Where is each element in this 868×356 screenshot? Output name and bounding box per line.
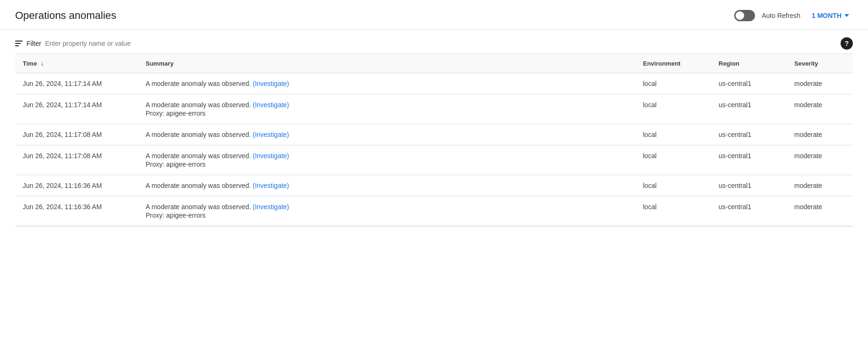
table-row: Jun 26, 2024, 11:16:36 AMA moderate anom… (15, 175, 853, 196)
time-range-button[interactable]: 1 MONTH (808, 10, 853, 21)
header-controls: Auto Refresh 1 MONTH (734, 10, 853, 21)
cell-severity: moderate (787, 73, 853, 94)
help-icon[interactable]: ? (841, 37, 853, 50)
investigate-link[interactable]: (Investigate) (252, 131, 289, 138)
investigate-link[interactable]: (Investigate) (252, 182, 289, 189)
anomalies-table-container: Time ↓ Summary Environment Region Severi… (0, 53, 868, 226)
auto-refresh-toggle[interactable] (734, 10, 755, 21)
filter-lines-icon (15, 41, 23, 46)
sort-arrow-icon: ↓ (41, 59, 44, 67)
investigate-link[interactable]: (Investigate) (252, 101, 289, 109)
table-row: Jun 26, 2024, 11:17:08 AMA moderate anom… (15, 145, 853, 175)
cell-summary: A moderate anomaly was observed. (Invest… (138, 145, 635, 175)
cell-environment: local (635, 73, 711, 94)
cell-severity: moderate (787, 145, 853, 175)
cell-region: us-central1 (711, 94, 787, 124)
investigate-link[interactable]: (Investigate) (252, 152, 289, 160)
col-header-severity: Severity (787, 54, 853, 73)
cell-environment: local (635, 145, 711, 175)
cell-environment: local (635, 175, 711, 196)
summary-text: A moderate anomaly was observed. (Invest… (146, 182, 289, 189)
cell-time: Jun 26, 2024, 11:16:36 AM (15, 175, 138, 196)
summary-text: A moderate anomaly was observed. (Invest… (146, 101, 289, 109)
col-header-summary: Summary (138, 54, 635, 73)
investigate-link[interactable]: (Investigate) (252, 80, 289, 87)
filter-line-3 (15, 45, 19, 46)
cell-time: Jun 26, 2024, 11:17:08 AM (15, 145, 138, 175)
cell-time: Jun 26, 2024, 11:17:08 AM (15, 124, 138, 145)
cell-summary: A moderate anomaly was observed. (Invest… (138, 73, 635, 94)
table-row: Jun 26, 2024, 11:17:08 AMA moderate anom… (15, 124, 853, 145)
cell-severity: moderate (787, 124, 853, 145)
proxy-text: Proxy: apigee-errors (146, 161, 628, 168)
proxy-text: Proxy: apigee-errors (146, 212, 628, 219)
cell-summary: A moderate anomaly was observed. (Invest… (138, 124, 635, 145)
cell-environment: local (635, 196, 711, 226)
time-range-label: 1 MONTH (812, 12, 842, 19)
chevron-down-icon (844, 14, 849, 17)
table-row: Jun 26, 2024, 11:17:14 AMA moderate anom… (15, 73, 853, 94)
bottom-divider (15, 226, 853, 227)
table-row: Jun 26, 2024, 11:17:14 AMA moderate anom… (15, 94, 853, 124)
cell-summary: A moderate anomaly was observed. (Invest… (138, 94, 635, 124)
summary-text: A moderate anomaly was observed. (Invest… (146, 152, 289, 160)
auto-refresh-toggle-wrapper: Auto Refresh (734, 10, 800, 21)
cell-summary: A moderate anomaly was observed. (Invest… (138, 175, 635, 196)
filter-label: Filter (26, 40, 41, 47)
filter-left: Filter (15, 40, 234, 47)
summary-text: A moderate anomaly was observed. (Invest… (146, 131, 289, 138)
filter-line-1 (15, 41, 23, 42)
auto-refresh-label: Auto Refresh (762, 12, 800, 19)
anomalies-table: Time ↓ Summary Environment Region Severi… (15, 53, 853, 226)
toggle-knob (736, 11, 744, 20)
cell-region: us-central1 (711, 175, 787, 196)
cell-time: Jun 26, 2024, 11:17:14 AM (15, 73, 138, 94)
col-header-time[interactable]: Time ↓ (15, 54, 138, 73)
col-header-region: Region (711, 54, 787, 73)
page-title: Operations anomalies (15, 9, 116, 22)
cell-summary: A moderate anomaly was observed. (Invest… (138, 196, 635, 226)
cell-region: us-central1 (711, 196, 787, 226)
table-row: Jun 26, 2024, 11:16:36 AMA moderate anom… (15, 196, 853, 226)
page-header: Operations anomalies Auto Refresh 1 MONT… (0, 0, 868, 30)
filter-line-2 (15, 43, 21, 44)
cell-environment: local (635, 94, 711, 124)
cell-time: Jun 26, 2024, 11:16:36 AM (15, 196, 138, 226)
cell-region: us-central1 (711, 124, 787, 145)
summary-text: A moderate anomaly was observed. (Invest… (146, 203, 289, 211)
col-header-environment: Environment (635, 54, 711, 73)
cell-severity: moderate (787, 94, 853, 124)
table-header-row: Time ↓ Summary Environment Region Severi… (15, 54, 853, 73)
cell-region: us-central1 (711, 73, 787, 94)
investigate-link[interactable]: (Investigate) (252, 203, 289, 211)
cell-time: Jun 26, 2024, 11:17:14 AM (15, 94, 138, 124)
cell-severity: moderate (787, 175, 853, 196)
cell-region: us-central1 (711, 145, 787, 175)
cell-environment: local (635, 124, 711, 145)
filter-input[interactable] (45, 40, 234, 47)
filter-icon-group: Filter (15, 40, 41, 47)
cell-severity: moderate (787, 196, 853, 226)
proxy-text: Proxy: apigee-errors (146, 110, 628, 117)
filter-section: Filter ? (0, 30, 868, 53)
summary-text: A moderate anomaly was observed. (Invest… (146, 80, 289, 87)
